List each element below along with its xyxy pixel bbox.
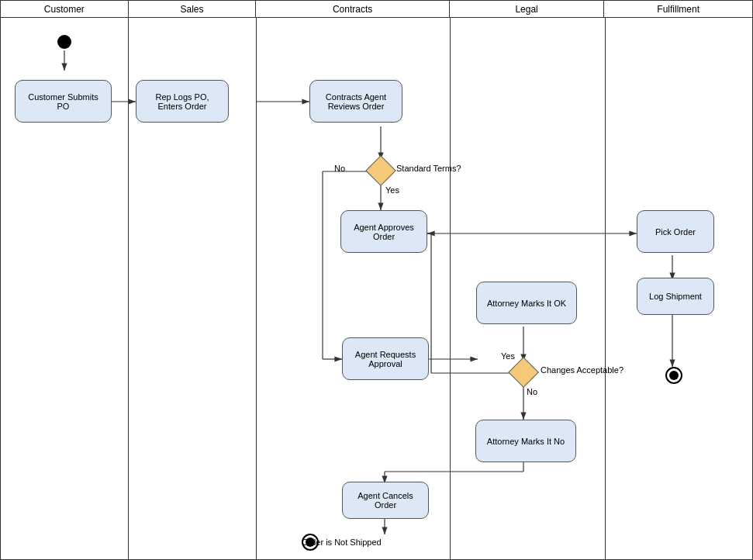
attorney-no-node: Attorney Marks It No <box>475 420 576 462</box>
lane-header-sales: Sales <box>129 1 257 17</box>
diagram-container: Customer Sales Contracts Legal Fulfillme… <box>0 0 753 560</box>
end-node-2 <box>302 534 319 551</box>
standard-terms-diamond <box>370 160 392 181</box>
no-label-2: No <box>527 387 537 396</box>
agent-cancels-node: Agent Cancels Order <box>342 482 429 519</box>
start-node <box>57 35 71 49</box>
rep-logs-node: Rep Logs PO, Enters Order <box>136 80 229 123</box>
attorney-ok-node: Attorney Marks It OK <box>476 282 577 324</box>
no-label-1: No <box>334 164 345 173</box>
changes-acceptable-label: Changes Acceptable? <box>541 365 623 375</box>
order-not-shipped-label: Order is Not Shipped <box>302 538 382 547</box>
diagram-area: Customer Submits PO Rep Logs PO, Enters … <box>1 18 753 560</box>
lane-header-customer: Customer <box>1 1 129 17</box>
pick-order-node: Pick Order <box>637 210 714 253</box>
end-node-fulfillment <box>665 367 682 384</box>
agent-approves-node: Agent Approves Order <box>340 210 427 253</box>
log-shipment-node: Log Shipment <box>637 278 714 315</box>
lane-header-contracts: Contracts <box>256 1 449 17</box>
lanes-header: Customer Sales Contracts Legal Fulfillme… <box>1 1 752 18</box>
lane-header-legal: Legal <box>450 1 605 17</box>
yes-label-2: Yes <box>501 351 515 361</box>
yes-label-1: Yes <box>385 185 399 195</box>
lane-header-fulfillment: Fulfillment <box>604 1 752 17</box>
standard-terms-label: Standard Terms? <box>396 164 461 173</box>
contracts-reviews-node: Contracts Agent Reviews Order <box>309 80 402 123</box>
customer-submits-node: Customer Submits PO <box>15 80 112 123</box>
changes-acceptable-diamond <box>513 361 534 383</box>
agent-requests-node: Agent Requests Approval <box>342 337 429 380</box>
